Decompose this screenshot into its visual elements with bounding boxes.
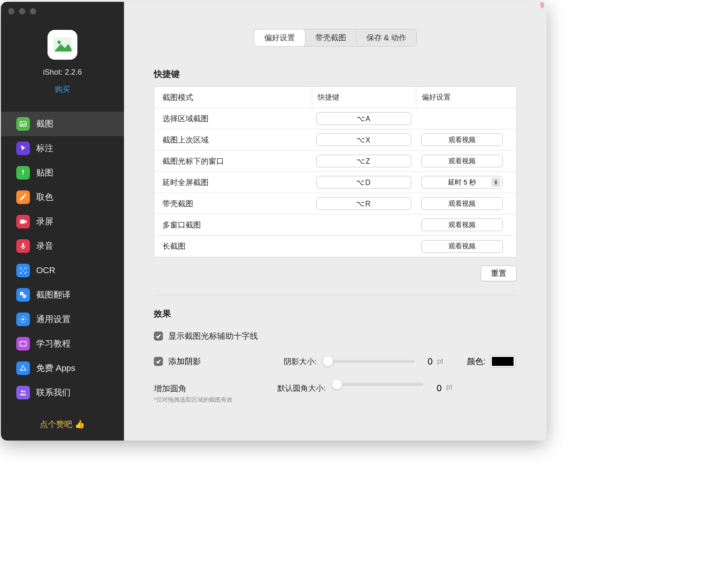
svg-point-12 [21, 345, 22, 346]
translate-icon [16, 288, 30, 302]
table-row: 带壳截图⌥R观看视频 [154, 193, 516, 214]
brand-block: iShot: 2.2.6 购买 [1, 2, 124, 103]
crosshair-checkbox[interactable] [154, 332, 163, 341]
ocr-icon: A [16, 264, 30, 277]
table-header: 截图模式 快捷键 偏好设置 [154, 87, 516, 108]
shortcut-field[interactable]: ⌥X [316, 133, 411, 146]
shadow-checkbox[interactable] [154, 357, 163, 366]
svg-rect-4 [20, 220, 25, 224]
section-divider [154, 295, 517, 295]
svg-point-15 [21, 390, 24, 393]
sidebar-item-11[interactable]: 联系我们 [1, 380, 124, 405]
close-icon[interactable] [8, 8, 14, 14]
sidebar-item-9[interactable]: 学习教程 [1, 332, 124, 356]
like-prompt[interactable]: 点个赞吧 👍 [1, 410, 124, 441]
shadow-size-unit: pt [437, 357, 449, 365]
sidebar-item-6[interactable]: AOCR [1, 258, 124, 283]
watch-video-button[interactable]: 观看视频 [421, 197, 503, 210]
shadow-color-swatch [492, 357, 514, 366]
header-mode: 截图模式 [162, 89, 312, 106]
shadow-size-value: 0 [419, 356, 433, 367]
effects-section: 效果 显示截图光标辅助十字线 添加阴影 阴影大小: [154, 308, 517, 404]
main-panel: 偏好设置带壳截图保存 & 动作 快捷键 截图模式 快捷键 偏好设置 选择区域截图… [124, 2, 547, 441]
sidebar-item-label: 截图翻译 [36, 289, 71, 301]
watch-video-button[interactable]: 观看视频 [421, 155, 503, 167]
svg-rect-7 [20, 292, 24, 295]
sidebar-item-2[interactable]: 贴图 [1, 161, 124, 185]
table-row: 截图光标下的窗口⌥Z观看视频 [154, 151, 516, 172]
shortcut-field[interactable]: ⌥A [316, 112, 411, 125]
table-row: 延时全屏截图⌥D延时 5 秒▲▼ [154, 172, 516, 193]
sidebar-item-0[interactable]: 截图 [1, 112, 124, 136]
shadow-size-label: 阴影大小: [262, 356, 317, 367]
color-label: 颜色: [467, 356, 486, 367]
svg-point-1 [57, 41, 61, 44]
mode-label: 带壳截图 [162, 195, 312, 213]
sidebar-item-8[interactable]: 通用设置 [1, 307, 124, 332]
table-row: 选择区域截图⌥A [154, 108, 516, 129]
mode-label: 截图上次区域 [162, 131, 312, 149]
rounded-size-value: 0 [428, 383, 442, 394]
tab-0[interactable]: 偏好设置 [254, 29, 305, 46]
svg-point-9 [22, 318, 24, 321]
sidebar-item-10[interactable]: 免费 Apps [1, 356, 124, 380]
sidebar-item-4[interactable]: 录屏 [1, 209, 124, 234]
buy-link[interactable]: 购买 [55, 84, 70, 95]
svg-point-14 [24, 345, 25, 346]
app-logo-icon [48, 30, 77, 60]
shortcut-field[interactable]: ⌥R [316, 197, 411, 210]
tab-1[interactable]: 带壳截图 [305, 29, 357, 46]
watch-video-button[interactable]: 观看视频 [421, 240, 503, 253]
shortcuts-table: 截图模式 快捷键 偏好设置 选择区域截图⌥A截图上次区域⌥X观看视频截图光标下的… [154, 86, 517, 257]
tab-2[interactable]: 保存 & 动作 [357, 29, 417, 46]
svg-rect-10 [20, 341, 26, 346]
shadow-slider-thumb[interactable] [323, 356, 333, 366]
rounded-size-label: 默认圆角大小: [262, 383, 326, 394]
mode-label: 截图光标下的窗口 [162, 152, 312, 170]
shortcuts-title: 快捷键 [154, 68, 517, 80]
reset-button[interactable]: 重置 [481, 266, 517, 281]
sidebar-item-3[interactable]: 取色 [1, 185, 124, 209]
scroll-indicator [540, 2, 544, 8]
sidebar-item-label: 录屏 [36, 216, 53, 228]
svg-text:A: A [22, 269, 24, 272]
sidebar-item-5[interactable]: 录音 [1, 234, 124, 258]
tab-bar: 偏好设置带壳截图保存 & 动作 [254, 29, 417, 47]
pin-icon [16, 166, 30, 180]
sidebar-item-label: 取色 [36, 191, 53, 203]
sidebar-item-1[interactable]: 标注 [1, 136, 124, 161]
watch-video-button[interactable]: 观看视频 [421, 218, 503, 231]
mode-label: 长截图 [162, 237, 312, 255]
rounded-title: 增加圆角 [154, 383, 258, 394]
dropper-icon [16, 190, 30, 204]
sidebar-item-label: 免费 Apps [36, 362, 76, 374]
shortcut-field[interactable]: ⌥Z [316, 155, 411, 167]
rounded-slider[interactable] [333, 383, 424, 386]
watch-video-button[interactable]: 观看视频 [421, 133, 503, 146]
svg-rect-5 [22, 243, 24, 247]
svg-rect-8 [23, 294, 26, 298]
mic-icon [16, 239, 30, 253]
svg-point-13 [24, 342, 25, 343]
sidebar-item-label: 通用设置 [36, 313, 71, 325]
content: 快捷键 截图模式 快捷键 偏好设置 选择区域截图⌥A截图上次区域⌥X观看视频截图… [124, 47, 547, 404]
people-icon [16, 386, 30, 399]
shadow-slider[interactable] [324, 360, 414, 363]
minimize-icon[interactable] [19, 8, 25, 14]
svg-point-3 [22, 123, 23, 123]
gear-icon [16, 313, 30, 326]
cursor-icon [16, 142, 30, 155]
crosshair-row: 显示截图光标辅助十字线 [154, 331, 517, 341]
shadow-color-picker[interactable] [490, 355, 515, 368]
sidebar-item-label: 标注 [36, 142, 53, 154]
delay-select[interactable]: 延时 5 秒▲▼ [421, 176, 503, 189]
header-key: 快捷键 [312, 87, 416, 108]
window-controls [8, 8, 36, 14]
rounded-note: *仅对拖拽选取区域的截图有效 [154, 396, 258, 404]
rounded-slider-thumb[interactable] [332, 379, 342, 389]
sidebar-nav: 截图标注贴图取色录屏录音AOCR截图翻译通用设置学习教程免费 Apps联系我们 [1, 112, 124, 405]
shortcut-field[interactable]: ⌥D [316, 176, 411, 189]
shadow-label: 添加阴影 [168, 356, 201, 367]
sidebar-item-7[interactable]: 截图翻译 [1, 283, 124, 307]
zoom-icon[interactable] [30, 8, 36, 14]
